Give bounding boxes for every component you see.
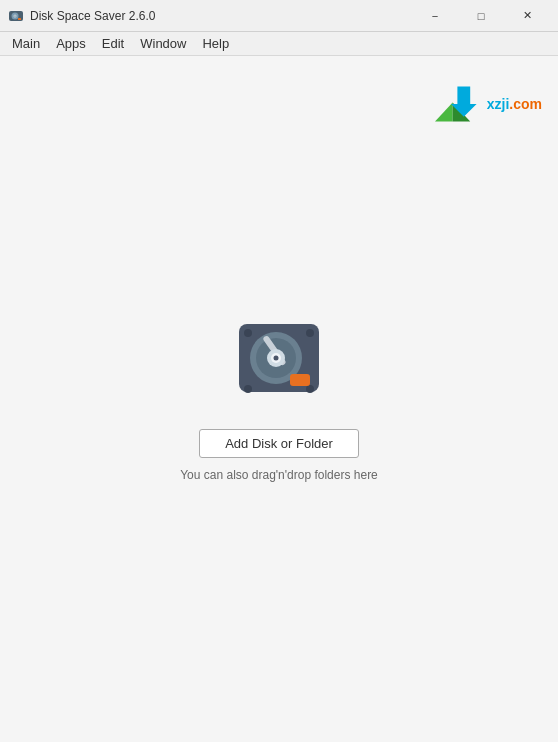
add-disk-button[interactable]: Add Disk or Folder: [199, 429, 359, 458]
menu-main[interactable]: Main: [4, 33, 48, 55]
minimize-button[interactable]: −: [412, 0, 458, 32]
svg-point-3: [14, 15, 15, 16]
svg-point-9: [244, 329, 252, 337]
svg-marker-5: [435, 102, 453, 121]
title-bar: Disk Space Saver 2.6.0 − □ ✕: [0, 0, 558, 32]
svg-point-12: [306, 385, 314, 393]
app-title: Disk Space Saver 2.6.0: [30, 9, 155, 23]
svg-rect-4: [18, 18, 21, 20]
title-bar-left: Disk Space Saver 2.6.0: [8, 8, 155, 24]
watermark-logo-icon: [435, 86, 483, 122]
drag-hint: You can also drag'n'drop folders here: [180, 468, 378, 482]
menu-help[interactable]: Help: [194, 33, 237, 55]
menu-edit[interactable]: Edit: [94, 33, 132, 55]
menu-window[interactable]: Window: [132, 33, 194, 55]
hdd-icon-container: [234, 316, 324, 409]
maximize-button[interactable]: □: [458, 0, 504, 32]
svg-point-10: [306, 329, 314, 337]
watermark-text: xzji.com: [487, 96, 542, 112]
watermark: xzji.com: [435, 86, 542, 122]
svg-point-11: [244, 385, 252, 393]
svg-rect-19: [290, 374, 310, 386]
svg-point-18: [274, 356, 279, 361]
menu-apps[interactable]: Apps: [48, 33, 94, 55]
close-button[interactable]: ✕: [504, 0, 550, 32]
menu-bar: Main Apps Edit Window Help: [0, 32, 558, 56]
main-content: xzji.com Add Disk or Folder You ca: [0, 56, 558, 742]
window-controls: − □ ✕: [412, 0, 550, 32]
hdd-icon: [234, 316, 324, 406]
app-icon: [8, 8, 24, 24]
